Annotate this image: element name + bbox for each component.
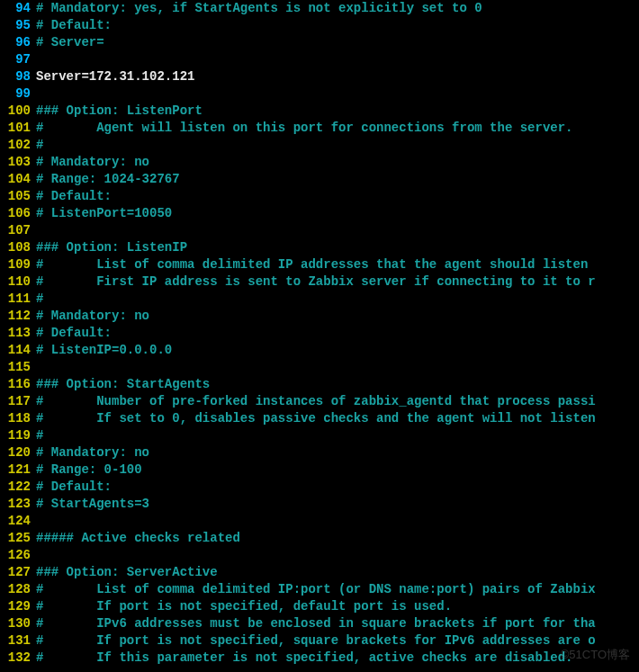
line-content: # Mandatory: yes, if StartAgents is not …	[36, 0, 639, 17]
code-line: 129# If port is not specified, default p…	[0, 598, 639, 615]
line-number: 122	[0, 479, 36, 496]
code-line: 104# Range: 1024-32767	[0, 171, 639, 188]
line-number: 103	[0, 154, 36, 171]
code-line: 109# List of comma delimited IP addresse…	[0, 256, 639, 273]
line-content: # If this parameter is not specified, ac…	[36, 650, 639, 667]
line-content: # Mandatory: no	[36, 308, 639, 325]
line-content: # First IP address is sent to Zabbix ser…	[36, 273, 639, 291]
line-number: 106	[0, 205, 36, 222]
line-content: # Default:	[36, 17, 639, 34]
line-number: 114	[0, 342, 36, 359]
line-number: 127	[0, 564, 36, 581]
code-line: 122# Default:	[0, 479, 639, 496]
line-content: # Default:	[36, 325, 639, 342]
line-number: 124	[0, 513, 36, 530]
code-line: 110# First IP address is sent to Zabbix …	[0, 273, 639, 291]
line-content: # Mandatory: no	[36, 444, 639, 461]
line-number: 112	[0, 308, 36, 325]
code-line: 127### Option: ServerActive	[0, 564, 639, 581]
line-number: 107	[0, 222, 36, 239]
line-number: 129	[0, 598, 36, 615]
line-number: 100	[0, 103, 36, 120]
line-number: 108	[0, 239, 36, 256]
line-content: # ListenIP=0.0.0.0	[36, 342, 639, 359]
line-content: # List of comma delimited IP addresses t…	[36, 256, 639, 273]
code-line: 125##### Active checks related	[0, 530, 639, 547]
code-line: 123# StartAgents=3	[0, 496, 639, 513]
line-number: 125	[0, 530, 36, 547]
line-content: # If port is not specified, square brack…	[36, 632, 639, 650]
line-content: # Range: 0-100	[36, 461, 639, 479]
code-line: 95# Default:	[0, 17, 639, 34]
line-number: 101	[0, 120, 36, 137]
line-number: 118	[0, 410, 36, 427]
line-content: ### Option: ListenIP	[36, 239, 639, 256]
line-content: # Default:	[36, 479, 639, 496]
line-content: #	[36, 291, 639, 308]
line-number: 121	[0, 461, 36, 479]
line-content	[36, 51, 639, 68]
line-number: 116	[0, 376, 36, 393]
code-line: 126	[0, 547, 639, 564]
code-line: 124	[0, 513, 639, 530]
line-number: 99	[0, 85, 36, 103]
code-line: 111#	[0, 291, 639, 308]
line-content: #	[36, 427, 639, 444]
code-line: 121# Range: 0-100	[0, 461, 639, 479]
code-line: 98Server=172.31.102.121	[0, 68, 639, 85]
code-line: 128# List of comma delimited IP:port (or…	[0, 581, 639, 598]
line-number: 132	[0, 650, 36, 667]
line-number: 94	[0, 0, 36, 17]
code-line: 103# Mandatory: no	[0, 154, 639, 171]
line-content: # If set to 0, disables passive checks a…	[36, 410, 639, 427]
line-content: # Mandatory: no	[36, 154, 639, 171]
line-number: 131	[0, 632, 36, 650]
line-content: # Range: 1024-32767	[36, 171, 639, 188]
line-number: 105	[0, 188, 36, 205]
line-content	[36, 513, 639, 530]
code-line: 99	[0, 85, 639, 103]
line-content: #	[36, 137, 639, 154]
code-line: 94# Mandatory: yes, if StartAgents is no…	[0, 0, 639, 17]
line-content	[36, 359, 639, 376]
line-number: 113	[0, 325, 36, 342]
line-content: # StartAgents=3	[36, 496, 639, 513]
code-line: 115	[0, 359, 639, 376]
line-number: 130	[0, 615, 36, 632]
code-line: 116### Option: StartAgents	[0, 376, 639, 393]
code-line: 113# Default:	[0, 325, 639, 342]
line-content: Server=172.31.102.121	[36, 68, 639, 85]
line-content: # Agent will listen on this port for con…	[36, 120, 639, 137]
watermark: ©51CTO博客	[561, 646, 630, 663]
line-content	[36, 547, 639, 564]
line-number: 102	[0, 137, 36, 154]
line-number: 117	[0, 393, 36, 410]
line-content: # ListenPort=10050	[36, 205, 639, 222]
code-line: 108### Option: ListenIP	[0, 239, 639, 256]
code-line: 112# Mandatory: no	[0, 308, 639, 325]
line-number: 110	[0, 273, 36, 291]
line-number: 120	[0, 444, 36, 461]
line-content: # If port is not specified, default port…	[36, 598, 639, 615]
code-editor: 94# Mandatory: yes, if StartAgents is no…	[0, 0, 639, 667]
code-line: 120# Mandatory: no	[0, 444, 639, 461]
line-content: # Server=	[36, 34, 639, 51]
line-content: ##### Active checks related	[36, 530, 639, 547]
line-content: ### Option: ListenPort	[36, 103, 639, 120]
code-line: 131# If port is not specified, square br…	[0, 632, 639, 650]
line-number: 123	[0, 496, 36, 513]
line-number: 109	[0, 256, 36, 273]
line-number: 126	[0, 547, 36, 564]
line-content: ### Option: StartAgents	[36, 376, 639, 393]
line-number: 104	[0, 171, 36, 188]
code-line: 106# ListenPort=10050	[0, 205, 639, 222]
line-number: 119	[0, 427, 36, 444]
line-number: 95	[0, 17, 36, 34]
code-line: 101# Agent will listen on this port for …	[0, 120, 639, 137]
code-line: 114# ListenIP=0.0.0.0	[0, 342, 639, 359]
code-line: 119#	[0, 427, 639, 444]
code-line: 100### Option: ListenPort	[0, 103, 639, 120]
line-number: 96	[0, 34, 36, 51]
code-line: 105# Default:	[0, 188, 639, 205]
line-number: 128	[0, 581, 36, 598]
